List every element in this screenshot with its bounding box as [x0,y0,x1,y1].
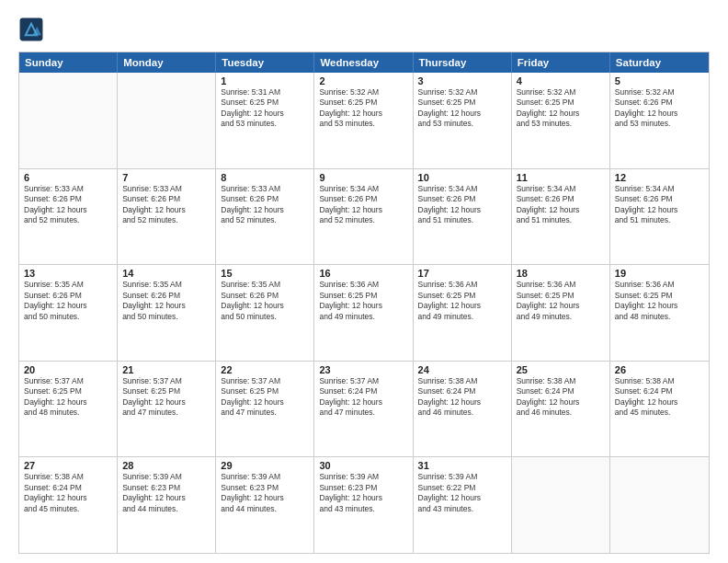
day-info: Sunrise: 5:38 AM Sunset: 6:24 PM Dayligh… [24,472,112,514]
day-number: 7 [122,172,210,183]
day-number: 25 [517,364,605,375]
day-info: Sunrise: 5:34 AM Sunset: 6:26 PM Dayligh… [319,184,407,226]
calendar-day-24: 24Sunrise: 5:38 AM Sunset: 6:24 PM Dayli… [414,362,512,457]
day-info: Sunrise: 5:35 AM Sunset: 6:26 PM Dayligh… [24,280,112,322]
day-number: 23 [319,364,407,375]
calendar-empty-cell [610,457,709,553]
day-number: 21 [122,364,210,375]
calendar-empty-cell [512,457,610,553]
day-info: Sunrise: 5:37 AM Sunset: 6:24 PM Dayligh… [319,376,407,419]
day-info: Sunrise: 5:39 AM Sunset: 6:22 PM Dayligh… [418,472,506,514]
calendar-day-21: 21Sunrise: 5:37 AM Sunset: 6:25 PM Dayli… [118,362,216,457]
day-info: Sunrise: 5:36 AM Sunset: 6:25 PM Dayligh… [517,280,605,322]
day-info: Sunrise: 5:33 AM Sunset: 6:26 PM Dayligh… [24,184,112,226]
calendar-header: SundayMondayTuesdayWednesdayThursdayFrid… [19,52,709,73]
header-day-wednesday: Wednesday [314,52,413,73]
day-number: 8 [221,172,309,183]
logo-icon [18,17,44,42]
day-info: Sunrise: 5:38 AM Sunset: 6:24 PM Dayligh… [517,376,605,419]
calendar-row-3: 13Sunrise: 5:35 AM Sunset: 6:26 PM Dayli… [19,265,709,362]
calendar-day-5: 5Sunrise: 5:32 AM Sunset: 6:26 PM Daylig… [610,73,709,168]
calendar-day-15: 15Sunrise: 5:35 AM Sunset: 6:26 PM Dayli… [216,265,314,361]
calendar-row-2: 6Sunrise: 5:33 AM Sunset: 6:26 PM Daylig… [19,169,709,266]
day-info: Sunrise: 5:38 AM Sunset: 6:24 PM Dayligh… [418,376,506,419]
day-number: 11 [517,172,605,183]
calendar-day-19: 19Sunrise: 5:36 AM Sunset: 6:25 PM Dayli… [610,265,709,361]
calendar-day-9: 9Sunrise: 5:34 AM Sunset: 6:26 PM Daylig… [314,169,413,265]
day-info: Sunrise: 5:39 AM Sunset: 6:23 PM Dayligh… [319,472,407,514]
day-info: Sunrise: 5:36 AM Sunset: 6:25 PM Dayligh… [418,280,506,322]
calendar-day-8: 8Sunrise: 5:33 AM Sunset: 6:26 PM Daylig… [216,169,314,265]
day-number: 20 [24,364,112,375]
day-info: Sunrise: 5:37 AM Sunset: 6:25 PM Dayligh… [221,376,309,419]
header-day-thursday: Thursday [414,52,512,73]
day-number: 1 [221,75,309,86]
day-number: 31 [418,460,506,471]
day-info: Sunrise: 5:36 AM Sunset: 6:25 PM Dayligh… [319,280,407,322]
calendar-day-31: 31Sunrise: 5:39 AM Sunset: 6:22 PM Dayli… [414,457,512,553]
header-day-sunday: Sunday [19,52,118,73]
day-number: 4 [517,75,605,86]
day-info: Sunrise: 5:35 AM Sunset: 6:26 PM Dayligh… [221,280,309,322]
day-number: 30 [319,460,407,471]
calendar-day-30: 30Sunrise: 5:39 AM Sunset: 6:23 PM Dayli… [314,457,413,553]
day-info: Sunrise: 5:35 AM Sunset: 6:26 PM Dayligh… [122,280,210,322]
day-info: Sunrise: 5:38 AM Sunset: 6:24 PM Dayligh… [615,376,704,419]
day-info: Sunrise: 5:34 AM Sunset: 6:26 PM Dayligh… [418,184,506,226]
svg-rect-0 [20,18,43,41]
day-number: 29 [221,460,309,471]
day-info: Sunrise: 5:32 AM Sunset: 6:25 PM Dayligh… [418,87,506,130]
calendar-day-14: 14Sunrise: 5:35 AM Sunset: 6:26 PM Dayli… [118,265,216,361]
calendar-day-26: 26Sunrise: 5:38 AM Sunset: 6:24 PM Dayli… [610,362,709,457]
day-number: 27 [24,460,112,471]
day-info: Sunrise: 5:37 AM Sunset: 6:25 PM Dayligh… [122,376,210,419]
page-header [18,17,710,42]
day-info: Sunrise: 5:39 AM Sunset: 6:23 PM Dayligh… [221,472,309,514]
header-day-friday: Friday [512,52,610,73]
day-info: Sunrise: 5:34 AM Sunset: 6:26 PM Dayligh… [517,184,605,226]
day-info: Sunrise: 5:36 AM Sunset: 6:25 PM Dayligh… [615,280,704,322]
day-number: 28 [122,460,210,471]
calendar-day-27: 27Sunrise: 5:38 AM Sunset: 6:24 PM Dayli… [19,457,118,553]
day-number: 13 [24,268,112,279]
calendar-day-1: 1Sunrise: 5:31 AM Sunset: 6:25 PM Daylig… [216,73,314,168]
header-day-monday: Monday [118,52,216,73]
day-info: Sunrise: 5:34 AM Sunset: 6:26 PM Dayligh… [615,184,704,226]
calendar-day-2: 2Sunrise: 5:32 AM Sunset: 6:25 PM Daylig… [314,73,413,168]
calendar-day-20: 20Sunrise: 5:37 AM Sunset: 6:25 PM Dayli… [19,362,118,457]
day-info: Sunrise: 5:33 AM Sunset: 6:26 PM Dayligh… [122,184,210,226]
calendar: SundayMondayTuesdayWednesdayThursdayFrid… [18,52,710,554]
day-number: 15 [221,268,309,279]
day-number: 12 [615,172,704,183]
day-info: Sunrise: 5:39 AM Sunset: 6:23 PM Dayligh… [122,472,210,514]
calendar-day-11: 11Sunrise: 5:34 AM Sunset: 6:26 PM Dayli… [512,169,610,265]
calendar-day-4: 4Sunrise: 5:32 AM Sunset: 6:25 PM Daylig… [512,73,610,168]
day-number: 22 [221,364,309,375]
day-info: Sunrise: 5:37 AM Sunset: 6:25 PM Dayligh… [24,376,112,419]
calendar-day-25: 25Sunrise: 5:38 AM Sunset: 6:24 PM Dayli… [512,362,610,457]
calendar-day-18: 18Sunrise: 5:36 AM Sunset: 6:25 PM Dayli… [512,265,610,361]
day-number: 14 [122,268,210,279]
day-info: Sunrise: 5:33 AM Sunset: 6:26 PM Dayligh… [221,184,309,226]
calendar-day-29: 29Sunrise: 5:39 AM Sunset: 6:23 PM Dayli… [216,457,314,553]
calendar-row-5: 27Sunrise: 5:38 AM Sunset: 6:24 PM Dayli… [19,457,709,553]
calendar-body: 1Sunrise: 5:31 AM Sunset: 6:25 PM Daylig… [19,73,709,553]
calendar-day-12: 12Sunrise: 5:34 AM Sunset: 6:26 PM Dayli… [610,169,709,265]
calendar-day-16: 16Sunrise: 5:36 AM Sunset: 6:25 PM Dayli… [314,265,413,361]
day-number: 3 [418,75,506,86]
day-number: 6 [24,172,112,183]
calendar-day-22: 22Sunrise: 5:37 AM Sunset: 6:25 PM Dayli… [216,362,314,457]
day-number: 5 [615,75,704,86]
calendar-day-28: 28Sunrise: 5:39 AM Sunset: 6:23 PM Dayli… [118,457,216,553]
calendar-day-10: 10Sunrise: 5:34 AM Sunset: 6:26 PM Dayli… [414,169,512,265]
calendar-day-7: 7Sunrise: 5:33 AM Sunset: 6:26 PM Daylig… [118,169,216,265]
calendar-empty-cell [118,73,216,168]
header-day-saturday: Saturday [610,52,709,73]
day-info: Sunrise: 5:32 AM Sunset: 6:25 PM Dayligh… [517,87,605,130]
calendar-row-4: 20Sunrise: 5:37 AM Sunset: 6:25 PM Dayli… [19,362,709,458]
header-day-tuesday: Tuesday [216,52,314,73]
day-info: Sunrise: 5:32 AM Sunset: 6:25 PM Dayligh… [319,87,407,130]
logo [18,17,48,42]
day-number: 17 [418,268,506,279]
calendar-day-3: 3Sunrise: 5:32 AM Sunset: 6:25 PM Daylig… [414,73,512,168]
